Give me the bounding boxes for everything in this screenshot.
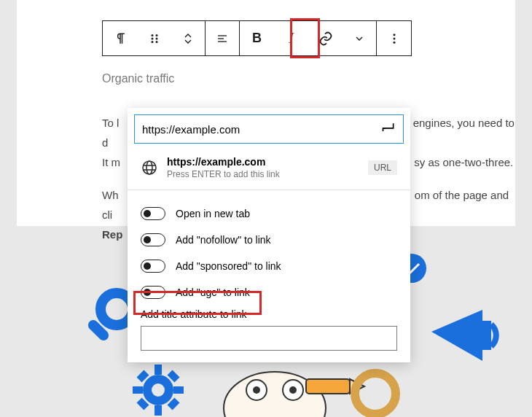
toggle-new-tab-row: Open in new tab xyxy=(141,200,397,227)
align-icon[interactable] xyxy=(206,21,240,55)
svg-rect-5 xyxy=(154,405,162,416)
para-text[interactable]: To l xyxy=(102,117,119,129)
svg-point-27 xyxy=(155,41,157,43)
para-text[interactable]: Rep xyxy=(102,228,122,241)
italic-button[interactable]: I xyxy=(274,21,308,55)
url-type-chip: URL xyxy=(368,160,397,175)
url-input[interactable] xyxy=(142,123,381,136)
toggle-ugc-row: Add "ugc" to link xyxy=(141,279,397,305)
svg-point-31 xyxy=(393,34,395,36)
bold-button[interactable]: B xyxy=(240,21,274,55)
toggle-label: Add "ugc" to link xyxy=(176,287,250,298)
gear-deco xyxy=(133,365,184,416)
title-attr-section: Add title attribute to link xyxy=(128,305,410,351)
para-text[interactable]: It m xyxy=(102,156,120,168)
link-popover: https://example.com Press ENTER to add t… xyxy=(128,108,410,362)
svg-point-26 xyxy=(151,41,153,43)
submit-icon[interactable] xyxy=(381,120,396,138)
toggle-sponsored-row: Add "sponsored" to link xyxy=(141,253,397,279)
title-attr-input[interactable] xyxy=(141,326,397,351)
svg-point-3 xyxy=(147,379,169,401)
svg-point-14 xyxy=(253,386,260,394)
paragraph-icon[interactable] xyxy=(103,21,137,55)
toggle-new-tab[interactable] xyxy=(141,207,165,220)
svg-point-22 xyxy=(151,34,153,36)
megaphone-deco xyxy=(424,295,504,375)
result-subtitle: Press ENTER to add this link xyxy=(167,169,368,179)
svg-point-32 xyxy=(393,37,395,39)
ring-deco xyxy=(346,365,404,417)
toggle-nofollow[interactable] xyxy=(141,233,165,246)
svg-point-25 xyxy=(155,37,157,39)
toggle-ugc[interactable] xyxy=(141,286,165,299)
result-title: https://example.com xyxy=(167,156,368,168)
svg-point-16 xyxy=(289,386,297,394)
svg-point-19 xyxy=(355,373,396,414)
svg-rect-7 xyxy=(173,386,184,394)
para-text[interactable]: Wh xyxy=(102,189,119,201)
movers-icon[interactable] xyxy=(171,21,206,55)
chevron-down-icon[interactable] xyxy=(343,21,377,55)
para-text[interactable]: sy as one-two-three. xyxy=(414,156,513,168)
svg-rect-6 xyxy=(133,386,143,394)
toggle-sponsored[interactable] xyxy=(141,260,165,273)
svg-point-34 xyxy=(143,161,156,174)
svg-rect-4 xyxy=(154,365,162,375)
link-suggestion[interactable]: https://example.com Press ENTER to add t… xyxy=(128,150,410,190)
svg-point-24 xyxy=(151,37,153,39)
svg-rect-21 xyxy=(482,321,491,350)
toggle-label: Open in new tab xyxy=(176,208,250,219)
url-input-wrap xyxy=(134,114,404,144)
heading-text[interactable]: Organic traffic xyxy=(102,69,517,90)
toggle-nofollow-row: Add "nofollow" to link xyxy=(141,227,397,253)
toggle-label: Add "nofollow" to link xyxy=(176,234,271,246)
globe-icon xyxy=(141,159,158,176)
title-attr-label: Add title attribute to link xyxy=(141,308,397,320)
svg-point-23 xyxy=(155,34,157,36)
more-icon[interactable] xyxy=(377,21,411,55)
svg-rect-17 xyxy=(306,379,350,394)
drag-icon[interactable] xyxy=(137,21,171,55)
svg-marker-20 xyxy=(431,310,482,361)
link-button[interactable] xyxy=(308,21,343,55)
block-toolbar: B I xyxy=(102,20,412,56)
svg-point-33 xyxy=(393,41,395,43)
toggle-label: Add "sponsored" to link xyxy=(176,260,281,272)
svg-point-35 xyxy=(146,161,152,174)
